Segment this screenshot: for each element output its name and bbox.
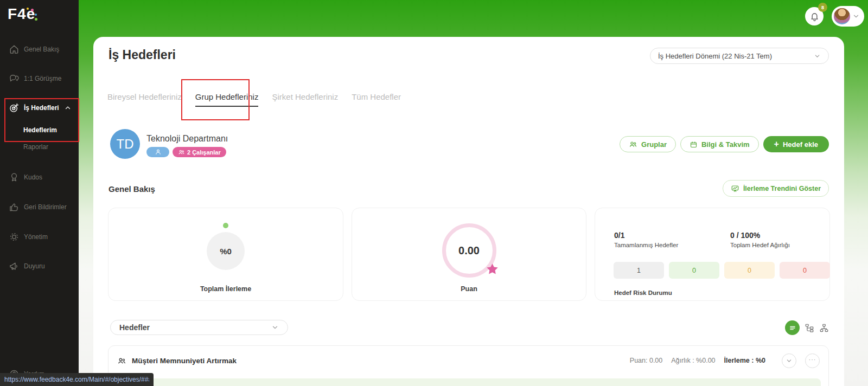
sidebar-item-label: Kudos [24, 173, 42, 181]
tree-view-button[interactable] [805, 323, 814, 333]
info-calendar-button-label: Bilgi & Takvim [701, 140, 750, 149]
groups-button-label: Gruplar [641, 140, 667, 149]
tab-sirket-hedefleriniz[interactable]: Şirket Hedefleriniz [272, 92, 338, 106]
plus-icon: + [774, 139, 779, 149]
sidebar-item-raporlar[interactable]: Raporlar [0, 140, 79, 154]
sidebar-item-label: Hedeflerim [23, 126, 57, 134]
show-progress-trend-label: İlerleme Trendini Göster [743, 185, 821, 192]
sidebar-item-yonetim[interactable]: Yönetim [0, 227, 79, 247]
thumbs-up-icon [9, 202, 20, 213]
tab-grup-hedefleriniz[interactable]: Grup Hedefleriniz [195, 92, 259, 106]
group-name: Teknoloji Departmanı [146, 134, 228, 144]
progress-dot [223, 223, 228, 228]
add-goal-button-label: Hedef ekle [783, 140, 818, 149]
risk-box-gray: 1 [614, 262, 664, 279]
group-avatar: TD [110, 129, 140, 159]
sidebar-item-label: Duyuru [24, 262, 45, 270]
view-switcher [785, 320, 829, 335]
gear-icon [9, 231, 20, 242]
employees-badge-label: 2 Çalışanlar [187, 149, 221, 156]
notification-badge: 8 [818, 3, 827, 12]
goal-detail-strip [116, 378, 821, 386]
page-title: İş Hedefleri [108, 48, 176, 62]
people-icon [629, 140, 637, 149]
goal-title: Müşteri Memnuniyeti Artırmak [132, 357, 237, 365]
chevron-down-icon [852, 12, 860, 20]
sidebar-item-kudos[interactable]: Kudos [0, 168, 79, 187]
list-view-button[interactable] [785, 320, 800, 335]
total-progress-value: %0 [207, 232, 245, 270]
chevron-down-icon [271, 324, 279, 331]
chat-icon [9, 73, 20, 84]
goal-row[interactable]: Müşteri Memnuniyeti Artırmak Puan: 0.00 … [108, 345, 829, 386]
group-actions: Gruplar Bilgi & Takvim + Hedef ekle [620, 136, 829, 152]
goal-more-button[interactable]: ··· [805, 353, 820, 368]
add-goal-button[interactable]: + Hedef ekle [763, 136, 829, 152]
list-view-icon [789, 324, 796, 332]
sidebar-item-geri-bildirimler[interactable]: Geri Bildirimler [0, 197, 79, 217]
sidebar-item-genel-bakis[interactable]: Genel Bakış [0, 40, 79, 59]
goals-filter-dropdown[interactable]: Hedefler [110, 320, 288, 335]
logo-dot-yellow [27, 8, 29, 10]
org-view-button[interactable] [819, 323, 829, 333]
kudos-icon [9, 172, 20, 183]
megaphone-icon [9, 261, 20, 272]
tab-bireysel-hedefleriniz[interactable]: Bireysel Hedefleriniz [107, 92, 182, 106]
sidebar-item-label: 1:1 Görüşme [24, 75, 61, 82]
people-icon [178, 149, 185, 156]
risk-box-amber: 0 [724, 262, 775, 279]
goal-weight: Ağırlık : %0.00 [671, 357, 715, 364]
tab-tum-hedefler[interactable]: Tüm Hedefler [352, 92, 401, 106]
employees-badge[interactable]: 2 Çalışanlar [173, 147, 226, 157]
risk-box-red: 0 [780, 262, 830, 279]
info-calendar-button[interactable]: Bilgi & Takvim [680, 136, 759, 152]
home-icon [9, 44, 20, 55]
goal-score: Puan: 0.00 [630, 357, 662, 364]
period-dropdown-value: İş Hedefleri Dönemi (22 Nis-21 Tem) [658, 52, 772, 60]
logo-dot-blue [35, 14, 37, 16]
period-dropdown[interactable]: İş Hedefleri Dönemi (22 Nis-21 Tem) [650, 48, 829, 64]
logo-dot-green [35, 18, 37, 21]
risk-status-label: Hedef Risk Durumu [614, 290, 672, 296]
user-menu[interactable] [832, 6, 864, 27]
trend-board-icon [731, 184, 739, 193]
groups-button[interactable]: Gruplar [620, 136, 676, 152]
sidebar-item-label: İş Hedefleri [24, 104, 59, 112]
sidebar-item-is-hedefleri[interactable]: İş Hedefleri [0, 98, 79, 118]
goal-tabs: Bireysel Hedefleriniz Grup Hedefleriniz … [107, 92, 401, 106]
chevron-down-icon [814, 53, 821, 60]
total-progress-label: Toplam İlerleme [200, 285, 251, 293]
main-content: İş Hedefleri İş Hedefleri Dönemi (22 Nis… [93, 37, 844, 386]
status-bar-link: https://www.feedback4e.com/Main/#/object… [0, 373, 154, 386]
status-bar-url: https://www.feedback4e.com/Main/#/object… [4, 376, 149, 383]
group-goal-icon [117, 356, 126, 365]
star-icon [485, 262, 500, 276]
app-logo[interactable]: F4e [8, 5, 35, 23]
user-avatar [834, 8, 850, 24]
completed-goals-label: Tamamlanmış Hedefler [614, 242, 678, 248]
total-weight-label: Toplam Hedef Ağırlığı [730, 242, 790, 248]
goals-filter-label: Hedefler [119, 323, 150, 332]
goal-progress: İlerleme : %0 [724, 357, 765, 364]
total-weight-value: 0 / 100% [730, 231, 790, 240]
score-label: Puan [461, 285, 477, 293]
sidebar-item-label: Genel Bakış [24, 46, 59, 53]
risk-box-green: 0 [669, 262, 719, 279]
overview-heading: Genel Bakış [108, 184, 155, 194]
bell-icon [809, 11, 820, 22]
person-icon [155, 149, 162, 156]
sidebar-item-label: Yönetim [24, 233, 48, 241]
goal-expand-button[interactable] [782, 353, 796, 368]
sidebar: F4e Genel Bakış 1:1 Görüşme İş Hedefleri… [0, 0, 79, 386]
group-type-badge[interactable] [146, 147, 169, 157]
total-progress-card: %0 Toplam İlerleme [108, 208, 343, 301]
show-progress-trend-button[interactable]: İlerleme Trendini Göster [723, 180, 829, 197]
sidebar-item-hedeflerim[interactable]: Hedeflerim [0, 123, 79, 137]
completed-goals-value: 0/1 [614, 231, 678, 240]
sidebar-item-duyuru[interactable]: Duyuru [0, 256, 79, 276]
sidebar-item-label: Raporlar [23, 143, 48, 151]
chevron-up-icon [65, 105, 71, 111]
logo-dot-pink [31, 9, 34, 11]
sidebar-item-gorusme[interactable]: 1:1 Görüşme [0, 69, 79, 88]
target-icon [9, 102, 20, 113]
